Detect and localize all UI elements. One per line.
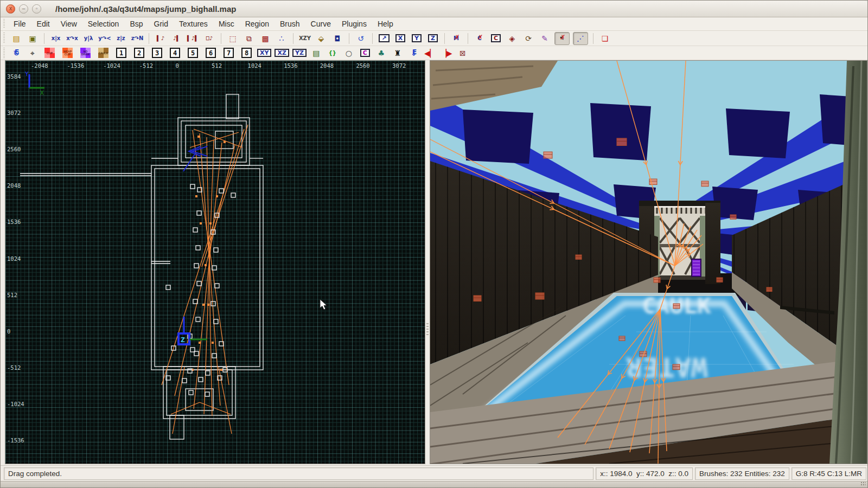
- z-flip-icon[interactable]: z|z: [114, 33, 127, 44]
- grid-2-button[interactable]: 2: [134, 48, 144, 58]
- deselect-icon[interactable]: ▩: [259, 33, 272, 44]
- lock-z-icon[interactable]: Z: [426, 33, 439, 44]
- y-flip-icon[interactable]: y|λ: [82, 33, 95, 44]
- title-bar[interactable]: x – ▫ /home/john/.q3a/q3ut4/maps/jump_bi…: [1, 1, 867, 17]
- grid-4-button[interactable]: 4: [170, 48, 180, 58]
- toolbar-grip[interactable]: [2, 48, 6, 59]
- trees-icon[interactable]: ♣: [375, 47, 388, 59]
- entity-inspector-icon[interactable]: {}: [326, 47, 339, 59]
- menu-misc[interactable]: Misc: [213, 18, 240, 30]
- texture-clip-swatch[interactable]: CLIP: [44, 48, 55, 58]
- texture-weapclip-swatch[interactable]: WEAP CLIP: [62, 48, 73, 58]
- change-views-icon[interactable]: XZY: [298, 33, 311, 44]
- console-icon[interactable]: ▤: [310, 47, 323, 59]
- icon-glyph: Z: [428, 34, 438, 42]
- icon-glyph: XZY: [299, 36, 311, 41]
- z-rotate-icon[interactable]: z↷N: [131, 33, 144, 44]
- status-grid-info: G:8 R:45 C:13 L:MR: [792, 467, 866, 480]
- next-leak-icon[interactable]: ▕▶: [440, 47, 453, 59]
- menu-selection[interactable]: Selection: [82, 18, 125, 30]
- patch-draw-icon[interactable]: ✎: [538, 33, 551, 44]
- entity-rotate-icon[interactable]: ↻ E: [10, 47, 23, 59]
- hide-models-icon[interactable]: M ✗: [450, 33, 463, 44]
- prev-leak-icon[interactable]: ◀▏: [424, 47, 437, 59]
- svg-text:2560: 2560: [356, 62, 369, 69]
- open-file-icon[interactable]: ▤: [10, 33, 23, 44]
- hide-clips-icon[interactable]: C ✗: [473, 33, 486, 44]
- menu-help[interactable]: Help: [372, 18, 399, 30]
- texture-lock-toggle[interactable]: ↖ ✗: [554, 32, 570, 45]
- csg-subtract-icon[interactable]: ▍♪: [154, 33, 167, 44]
- maximize-button[interactable]: ▫: [32, 4, 41, 14]
- dont-select-curves-icon[interactable]: ❏: [598, 33, 611, 44]
- csg-wedge-icon[interactable]: ⎕♪: [203, 33, 216, 44]
- close-button[interactable]: x: [6, 4, 15, 14]
- texture-caulk-swatch[interactable]: CAULK: [98, 48, 108, 58]
- view-xy-icon[interactable]: XY: [257, 47, 271, 59]
- entity-down-icon[interactable]: ⇓ E: [407, 47, 420, 59]
- lock-x-icon[interactable]: X: [394, 33, 407, 44]
- icon-glyph: ◈: [509, 35, 515, 42]
- main-area: -2048-1536-1024-512051210241536204825603…: [1, 60, 867, 465]
- y-rotate-icon[interactable]: y↷<: [98, 33, 111, 44]
- menu-edit[interactable]: Edit: [31, 18, 55, 30]
- svg-text:-2048: -2048: [31, 62, 48, 69]
- swatch-label: CLIP: [44, 52, 55, 54]
- grid-6-button[interactable]: 6: [206, 48, 216, 58]
- svg-text:1536: 1536: [7, 219, 21, 225]
- menu-file[interactable]: File: [8, 18, 31, 30]
- cube-rotate-icon[interactable]: ⟳: [522, 33, 535, 44]
- x-flip-icon[interactable]: x|x: [49, 33, 62, 44]
- menu-view[interactable]: View: [55, 18, 82, 30]
- svg-text:-1536: -1536: [67, 62, 85, 69]
- camera-view-icon[interactable]: ◘: [331, 33, 344, 44]
- grid-5-button[interactable]: 5: [188, 48, 198, 58]
- 2d-grid-view[interactable]: -2048-1536-1024-512051210241536204825603…: [5, 60, 425, 464]
- curve-magenta-icon[interactable]: C: [359, 47, 372, 59]
- csg-hollow-icon[interactable]: ▍♪▍: [187, 33, 200, 44]
- x-rotate-icon[interactable]: x↷x: [66, 33, 79, 44]
- view-yz-icon[interactable]: YZ: [292, 47, 307, 59]
- grid-3-button[interactable]: 3: [152, 48, 162, 58]
- no-target-icon[interactable]: ⊠: [456, 47, 469, 59]
- menu-bsp[interactable]: Bsp: [124, 18, 148, 30]
- vertex-edit-icon[interactable]: ∴: [275, 33, 288, 44]
- train-icon[interactable]: ♜: [391, 47, 404, 59]
- minimize-button[interactable]: –: [19, 4, 28, 14]
- 3d-camera-view[interactable]: CAULK WATER: [430, 60, 867, 464]
- menu-textures[interactable]: Textures: [174, 18, 213, 30]
- svg-text:-512: -512: [139, 62, 153, 69]
- texture-cube-icon[interactable]: ⬙: [315, 33, 328, 44]
- svg-text:-1536: -1536: [7, 437, 24, 444]
- save-file-icon[interactable]: ▣: [26, 33, 39, 44]
- polygon-icon[interactable]: ○: [342, 47, 355, 59]
- view-xz-icon[interactable]: XZ: [275, 47, 289, 59]
- menu-region[interactable]: Region: [240, 18, 275, 30]
- toolbar-grip[interactable]: [2, 33, 6, 44]
- lock-y-icon[interactable]: Y: [410, 33, 423, 44]
- icon-glyph: ▍♪▍: [187, 36, 199, 41]
- toolbar-separator: [444, 33, 445, 44]
- resize-grip[interactable]: [860, 481, 866, 486]
- patch-weld-icon[interactable]: ◈: [506, 33, 519, 44]
- free-scale-toggle[interactable]: ⋰: [573, 32, 588, 45]
- free-rotation-icon[interactable]: ↗: [378, 33, 391, 44]
- menu-plugins[interactable]: Plugins: [336, 18, 372, 30]
- select-touching-icon[interactable]: ⬚: [226, 33, 239, 44]
- grid-8-button[interactable]: 8: [241, 48, 252, 58]
- entity-select-tool-icon[interactable]: ⌖: [26, 47, 39, 59]
- svg-text:2048: 2048: [320, 62, 334, 69]
- icon-glyph: ○: [346, 49, 352, 57]
- menu-curve[interactable]: Curve: [305, 18, 336, 30]
- menu-grid[interactable]: Grid: [149, 18, 174, 30]
- curve-cap-icon[interactable]: C: [489, 33, 502, 44]
- pane-splitter[interactable]: [425, 60, 430, 465]
- grid-1-button[interactable]: 1: [116, 48, 126, 58]
- refresh-models-icon[interactable]: ↺: [354, 33, 367, 44]
- menu-grip[interactable]: [2, 19, 6, 29]
- menu-brush[interactable]: Brush: [275, 18, 305, 30]
- texture-nodraw-swatch[interactable]: NO DRAW: [80, 48, 91, 58]
- clone-brush-icon[interactable]: ⧉: [242, 33, 256, 44]
- grid-7-button[interactable]: 7: [224, 48, 234, 58]
- csg-merge-icon[interactable]: ♪▍: [170, 33, 183, 44]
